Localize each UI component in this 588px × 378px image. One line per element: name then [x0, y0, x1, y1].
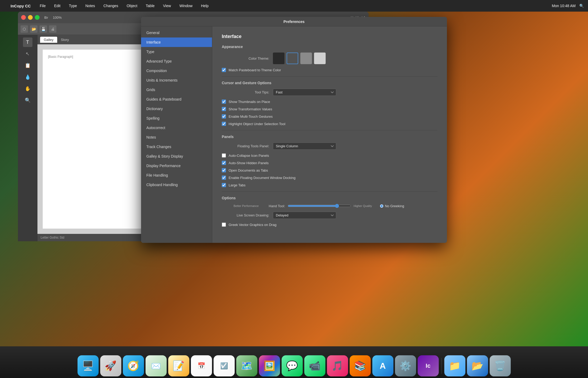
dock-messages[interactable]: 💬: [282, 355, 303, 376]
menu-window[interactable]: Window: [178, 3, 194, 8]
auto-collapse-label[interactable]: Auto-Collapse Icon Panels: [229, 154, 269, 158]
no-greeking-radio[interactable]: [380, 204, 383, 208]
theme-swatch-medium-dark[interactable]: [287, 53, 298, 64]
menu-notes[interactable]: Notes: [84, 3, 97, 8]
nav-item-dictionary[interactable]: Dictionary: [141, 104, 212, 114]
theme-swatch-dark[interactable]: [273, 53, 285, 64]
dock-maps[interactable]: 🗺️: [236, 355, 257, 376]
menu-object[interactable]: Object: [125, 3, 139, 8]
zoom-button[interactable]: [35, 15, 40, 20]
show-thumbnails-checkbox[interactable]: [222, 100, 226, 104]
close-button[interactable]: [21, 15, 26, 20]
dock-music[interactable]: 🎵: [327, 355, 348, 376]
zoom-level: 100%: [53, 16, 61, 20]
dock-calendar[interactable]: 📅: [191, 355, 212, 376]
menu-type[interactable]: Type: [67, 3, 78, 8]
auto-collapse-checkbox[interactable]: [222, 153, 226, 158]
hand-tool-row: Better Performance Hand Tool: Higher Qua…: [222, 204, 437, 208]
dock-books[interactable]: 📚: [350, 355, 371, 376]
greek-vector-label[interactable]: Greek Vector Graphics on Drag: [229, 223, 276, 227]
dock-reminders[interactable]: ☑️: [214, 355, 235, 376]
enable-floating-checkbox[interactable]: [222, 176, 226, 180]
toolbar-icon-1[interactable]: ⬡: [21, 25, 28, 33]
open-docs-label[interactable]: Open Documents as Tabs: [229, 168, 268, 172]
toolbar-icon-2[interactable]: 📂: [30, 25, 37, 33]
dock-folder-1[interactable]: 📁: [444, 355, 465, 376]
divider-3: [222, 191, 437, 192]
hand-tool-slider[interactable]: [288, 204, 351, 208]
auto-show-label[interactable]: Auto-Show Hidden Panels: [229, 161, 269, 165]
nav-item-spelling[interactable]: Spelling: [141, 114, 212, 123]
dock-separator: [441, 358, 442, 374]
menu-file[interactable]: File: [38, 3, 47, 8]
menu-help[interactable]: Help: [199, 3, 210, 8]
nav-item-track-changes[interactable]: Track Changes: [141, 142, 212, 152]
nav-item-general[interactable]: General: [141, 28, 212, 37]
hand-tool[interactable]: ✋: [23, 84, 32, 93]
menu-table[interactable]: Table: [144, 3, 156, 8]
tab-story[interactable]: Story: [57, 37, 73, 43]
auto-show-checkbox[interactable]: [222, 161, 226, 165]
nav-item-galley[interactable]: Galley & Story Display: [141, 152, 212, 161]
eyedropper-tool[interactable]: 💧: [23, 72, 32, 82]
menu-changes[interactable]: Changes: [102, 3, 120, 8]
dock-downloads[interactable]: 📂: [467, 355, 488, 376]
match-pasteboard-checkbox[interactable]: [222, 68, 226, 72]
note-tool[interactable]: 📋: [23, 61, 32, 70]
live-screen-select[interactable]: Delayed Immediate Never Draw: [273, 212, 336, 219]
show-thumbnails-label[interactable]: Show Thumbnails on Place: [229, 100, 270, 104]
zoom-tool[interactable]: 🔍: [23, 96, 32, 105]
greek-vector-checkbox[interactable]: [222, 223, 226, 227]
nav-item-clipboard[interactable]: Clipboard Handling: [141, 180, 212, 190]
theme-swatch-light[interactable]: [314, 53, 326, 64]
highlight-object-label[interactable]: Highlight Object Under Selection Tool: [229, 122, 285, 126]
nav-item-autocorrect[interactable]: Autocorrect: [141, 123, 212, 133]
dock-facetime[interactable]: 📹: [304, 355, 325, 376]
auto-collapse-row: Auto-Collapse Icon Panels: [222, 153, 437, 158]
dock-incopy[interactable]: Ic: [418, 355, 439, 376]
dock-system-prefs[interactable]: ⚙️: [395, 355, 416, 376]
dock-photos[interactable]: 🖼️: [259, 355, 280, 376]
enable-multitouch-checkbox[interactable]: [222, 114, 226, 119]
selection-tool[interactable]: ↖: [23, 49, 32, 59]
type-tool[interactable]: T: [23, 37, 32, 47]
theme-swatch-medium[interactable]: [300, 53, 312, 64]
nav-item-display-performance[interactable]: Display Performance: [141, 161, 212, 171]
hand-tool-label: Hand Tool:: [261, 204, 285, 208]
enable-floating-label[interactable]: Enable Floating Document Window Docking: [229, 176, 296, 180]
minimize-button[interactable]: [28, 15, 33, 20]
nav-item-units[interactable]: Units & Increments: [141, 75, 212, 85]
nav-item-interface[interactable]: Interface: [141, 37, 212, 47]
large-tabs-checkbox[interactable]: [222, 183, 226, 187]
nav-item-file-handling[interactable]: File Handling: [141, 171, 212, 180]
show-transformation-label[interactable]: Show Transformation Values: [229, 107, 272, 111]
dock-mail[interactable]: ✉️: [146, 355, 167, 376]
toolbar-icon-3[interactable]: 💾: [40, 25, 47, 33]
nav-item-guides[interactable]: Guides & Pasteboard: [141, 94, 212, 104]
menu-edit[interactable]: Edit: [52, 3, 62, 8]
match-pasteboard-label[interactable]: Match Pasteboard to Theme Color: [229, 68, 281, 72]
nav-item-composition[interactable]: Composition: [141, 66, 212, 75]
show-transformation-checkbox[interactable]: [222, 107, 226, 111]
dock-safari[interactable]: 🧭: [123, 355, 144, 376]
tab-galley[interactable]: Galley: [40, 37, 57, 43]
nav-item-advanced-type[interactable]: Advanced Type: [141, 56, 212, 66]
floating-tools-select[interactable]: Single Column Double Column Single Row: [273, 143, 336, 150]
nav-item-type[interactable]: Type: [141, 47, 212, 56]
dock-trash[interactable]: 🗑️: [490, 355, 511, 376]
dock-finder[interactable]: 🖥️: [78, 355, 99, 376]
toolbar-icon-4[interactable]: 🖨: [49, 25, 56, 33]
nav-item-grids[interactable]: Grids: [141, 85, 212, 94]
app-name[interactable]: InCopy CC: [11, 4, 31, 8]
tool-tips-select[interactable]: Fast None Normal: [273, 89, 336, 96]
dock-launchpad[interactable]: 🚀: [100, 355, 121, 376]
search-icon[interactable]: 🔍: [579, 4, 584, 8]
dock-appstore[interactable]: A: [372, 355, 393, 376]
enable-multitouch-label[interactable]: Enable Multi-Touch Gestures: [229, 115, 273, 119]
large-tabs-label[interactable]: Large Tabs: [229, 183, 245, 187]
open-docs-checkbox[interactable]: [222, 168, 226, 172]
dock-notes[interactable]: 📝: [168, 355, 189, 376]
highlight-object-checkbox[interactable]: [222, 122, 226, 126]
nav-item-notes[interactable]: Notes: [141, 133, 212, 142]
menu-view[interactable]: View: [161, 3, 172, 8]
